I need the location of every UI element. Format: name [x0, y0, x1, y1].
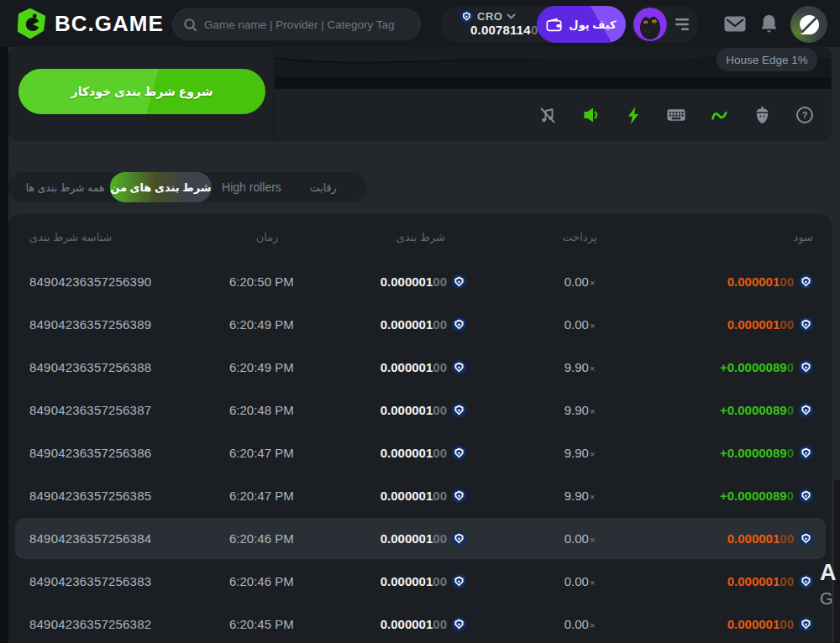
bet-controls-panel: شروع شرط بندی خودکار: [8, 47, 274, 141]
col-bet-id: شناسه شرط بندی: [29, 231, 229, 243]
payout-multiplier: 0.00×: [466, 531, 693, 546]
bet-id: 84904236357256387: [29, 403, 229, 417]
col-profit: سود: [693, 231, 813, 243]
wallet-icon: [546, 18, 562, 32]
music-off-icon[interactable]: [538, 105, 558, 125]
sound-on-icon[interactable]: [580, 105, 601, 125]
bet-time: 6:20:46 PM: [229, 531, 305, 546]
cro-coin-icon: [452, 531, 466, 546]
chevron-down-icon: [507, 13, 516, 19]
table-row[interactable]: 84904236357256383 6:20:46 PM 0.00000100 …: [29, 560, 813, 603]
user-pill: [632, 6, 699, 43]
bets-table-panel: شناسه شرط بندی زمان شرط بندی پرداخت سود …: [8, 214, 832, 643]
overlay-letter-a: A: [820, 560, 837, 586]
bet-time: 6:20:49 PM: [229, 360, 305, 374]
hotkeys-icon[interactable]: [666, 105, 686, 125]
bet-time: 6:20:47 PM: [229, 446, 305, 460]
tab-high-rollers[interactable]: High rollers: [212, 172, 292, 202]
game-canvas: House Edge 1%: [275, 47, 832, 89]
cro-coin-icon: [799, 403, 813, 417]
cro-coin-icon: [799, 531, 813, 546]
right-edge-overlay: A G: [834, 480, 840, 643]
overlay-letter-g: G: [820, 589, 833, 609]
bet-amount: 0.00000100: [305, 574, 466, 588]
bet-amount: 0.00000100: [305, 531, 466, 546]
seed-fairness-icon[interactable]: [752, 105, 772, 125]
search-icon: [183, 18, 197, 32]
menu-icon[interactable]: [674, 18, 690, 31]
turbo-bet-icon[interactable]: [623, 105, 643, 125]
payout-multiplier: 9.90×: [466, 403, 693, 417]
cro-coin-icon: [460, 10, 473, 23]
currency-selector[interactable]: CRO 0.00781140: [440, 6, 539, 43]
wallet-group: CRO 0.00781140 کیف پول: [440, 6, 626, 43]
search-box[interactable]: Game name | Provider | Category Tag: [172, 8, 421, 40]
bets-tabs: همه شرط بندی ها شرط بندی های من High rol…: [8, 172, 366, 202]
table-row[interactable]: 84904236357256389 6:20:49 PM 0.00000100 …: [29, 303, 813, 346]
house-edge-badge: House Edge 1%: [717, 48, 817, 71]
bet-id: 84904236357256388: [29, 360, 229, 374]
chat-bubble-slash-icon: [798, 13, 821, 36]
bet-id: 84904236357256382: [29, 617, 229, 631]
bet-time: 6:20:47 PM: [229, 489, 305, 503]
table-row[interactable]: 84904236357256385 6:20:47 PM 0.00000100 …: [29, 474, 813, 517]
live-stats-icon[interactable]: [709, 105, 729, 125]
bet-time: 6:20:49 PM: [229, 317, 305, 332]
col-time: زمان: [229, 231, 305, 243]
start-autobet-button[interactable]: شروع شرط بندی خودکار: [18, 69, 265, 114]
bcgame-app: BC.GAME Game name | Provider | Category …: [0, 0, 840, 643]
cro-coin-icon: [799, 574, 813, 588]
col-bet: شرط بندی: [305, 231, 466, 243]
help-icon[interactable]: ?: [795, 105, 815, 125]
bet-time: 6:20:50 PM: [229, 274, 305, 289]
bet-amount: 0.00000100: [305, 617, 466, 631]
bet-id: 84904236357256383: [29, 574, 229, 588]
payout-multiplier: 0.00×: [466, 274, 693, 289]
cro-coin-icon: [452, 574, 466, 588]
bet-amount: 0.00000100: [305, 403, 466, 417]
profit-amount: +0.00000890: [693, 403, 813, 417]
bet-id: 84904236357256389: [29, 317, 229, 332]
bet-id: 84904236357256384: [29, 531, 229, 546]
cro-coin-icon: [452, 489, 466, 503]
profit-amount: 0.00000100: [693, 317, 813, 332]
bet-time: 6:20:46 PM: [229, 574, 305, 588]
bet-amount: 0.00000100: [305, 489, 466, 503]
profit-amount: 0.00000100: [693, 531, 813, 546]
bet-id: 84904236357256385: [29, 489, 229, 503]
table-row[interactable]: 84904236357256387 6:20:48 PM 0.00000100 …: [29, 389, 813, 431]
bet-time: 6:20:45 PM: [229, 617, 305, 631]
tab-competition[interactable]: رقابت: [291, 172, 354, 202]
left-edge-strip: [0, 47, 8, 643]
game-area: House Edge 1%: [275, 47, 832, 141]
cro-coin-icon: [452, 446, 466, 460]
tab-all-bets[interactable]: همه شرط بندی ها: [20, 172, 110, 202]
payout-multiplier: 0.00×: [466, 574, 693, 588]
cro-coin-icon: [799, 446, 813, 460]
payout-multiplier: 0.00×: [466, 317, 693, 332]
chat-toggle-button[interactable]: [790, 6, 827, 43]
avatar[interactable]: [633, 8, 667, 41]
table-row[interactable]: 84904236357256382 6:20:45 PM 0.00000100 …: [29, 603, 813, 643]
table-row[interactable]: 84904236357256388 6:20:49 PM 0.00000100 …: [29, 346, 813, 389]
col-payout: پرداخت: [466, 231, 693, 243]
tab-my-bets[interactable]: شرط بندی های من: [110, 172, 211, 202]
cro-coin-icon: [452, 403, 466, 417]
table-row[interactable]: 84904236357256386 6:20:47 PM 0.00000100 …: [29, 431, 813, 474]
notifications-icon[interactable]: [760, 14, 778, 34]
cro-coin-icon: [799, 317, 813, 332]
profit-amount: +0.00000890: [693, 446, 813, 460]
svg-text:?: ?: [801, 110, 807, 120]
table-row[interactable]: 84904236357256390 6:20:50 PM 0.00000100 …: [29, 260, 813, 303]
logo[interactable]: BC.GAME: [15, 8, 164, 39]
cro-coin-icon: [452, 617, 466, 631]
mail-icon[interactable]: [724, 16, 746, 32]
wallet-button[interactable]: کیف پول: [537, 6, 626, 43]
logo-text: BC.GAME: [55, 11, 164, 37]
balance-amount: 0.00781140: [460, 23, 539, 37]
top-bar: BC.GAME Game name | Provider | Category …: [0, 0, 840, 47]
table-row[interactable]: 84904236357256384 6:20:46 PM 0.00000100 …: [29, 517, 813, 560]
payout-multiplier: 0.00×: [466, 617, 693, 631]
bet-amount: 0.00000100: [305, 317, 466, 332]
bet-id: 84904236357256390: [29, 274, 229, 289]
